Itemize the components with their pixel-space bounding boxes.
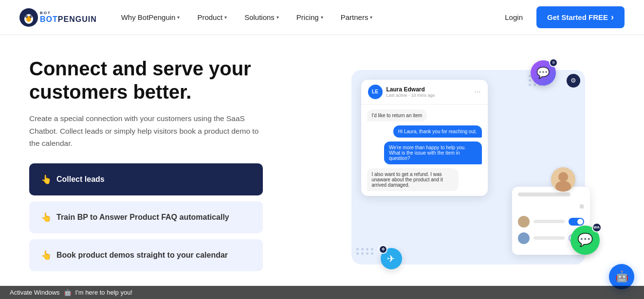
nav-item-partners[interactable]: Partners ▾ xyxy=(334,9,380,25)
chat-message: Hi Laura, thank you for reaching out. xyxy=(393,125,482,138)
chat-header-left: LE Laura Edward Last active - 10 mins ag… xyxy=(368,85,435,99)
feature-collect-leads-button[interactable]: 👆 Collect leads xyxy=(29,163,263,195)
messenger-icon: 💬 ⚙ xyxy=(531,60,556,86)
point-icon: 👆 xyxy=(41,212,52,223)
chat-message: I also want to get a refund. I was unawa… xyxy=(367,168,459,191)
logo-top: BOT xyxy=(40,11,97,15)
feature-collect-leads-label: Collect leads xyxy=(56,175,105,184)
user-avatar-small xyxy=(518,216,530,228)
chatbot-icon: 🤖 xyxy=(615,270,628,283)
whatsapp-icon: 💬 WA xyxy=(570,226,600,255)
user-avatar: LE xyxy=(368,85,383,99)
chat-window: LE Laura Edward Last active - 10 mins ag… xyxy=(361,80,488,196)
nav-item-why[interactable]: Why BotPenguin ▾ xyxy=(114,9,187,25)
hero-left: Connect and serve your customers better.… xyxy=(29,57,292,277)
chat-header: LE Laura Edward Last active - 10 mins ag… xyxy=(361,80,488,105)
nav-actions: Login Get Started FREE › xyxy=(499,6,625,28)
svg-point-5 xyxy=(26,16,27,17)
telegram-icon: ✈ ⚙ xyxy=(381,248,402,269)
wa-badge: WA xyxy=(592,223,602,232)
nav-label-partners: Partners xyxy=(341,13,368,21)
hero-subtext: Create a special connection with your cu… xyxy=(29,112,263,150)
help-text: I'm here to help you! xyxy=(75,289,132,296)
messenger-svg: 💬 xyxy=(536,67,550,79)
login-button[interactable]: Login xyxy=(499,9,529,25)
settings-line xyxy=(534,236,565,240)
user-avatar-small xyxy=(518,232,530,244)
help-icon: 🤖 xyxy=(64,289,72,296)
person-photo xyxy=(551,167,575,192)
logo-bottom: BOTPENGUIN xyxy=(40,15,97,24)
chevron-down-icon: ▾ xyxy=(177,15,180,20)
arrow-icon: › xyxy=(611,12,614,22)
svg-point-7 xyxy=(558,172,568,182)
filter-icon: ≡ xyxy=(518,202,584,211)
chevron-down-icon: ▾ xyxy=(276,15,279,20)
nav-label-why: Why BotPenguin xyxy=(121,13,176,21)
feature-train-faq-label: Train BP to Answer Product FAQ automatic… xyxy=(56,213,229,222)
decorative-dots-bl xyxy=(356,248,374,255)
nav-item-pricing[interactable]: Pricing ▾ xyxy=(290,9,330,25)
hero-heading: Connect and serve your customers better. xyxy=(29,57,292,104)
toggle-on[interactable] xyxy=(569,218,584,226)
chat-user-status: Last active - 10 mins ago xyxy=(386,93,435,98)
chevron-down-icon: ▾ xyxy=(224,15,227,20)
illustration-bg: LE Laura Edward Last active - 10 mins ag… xyxy=(351,70,585,264)
navbar: BOT BOTPENGUIN Why BotPenguin ▾ Product … xyxy=(0,0,644,35)
feature-book-demos-button[interactable]: 👆 Book product demos straight to your ca… xyxy=(29,239,263,271)
settings-bar xyxy=(518,193,571,196)
hero-section: Connect and serve your customers better.… xyxy=(0,35,644,299)
nav-label-solutions: Solutions xyxy=(244,13,275,21)
chat-message: We're more than happy to help you. What … xyxy=(384,141,482,164)
chat-user-name: Laura Edward xyxy=(386,86,435,93)
messenger-badge: ⚙ xyxy=(549,58,558,67)
chat-message: I'd like to return an item xyxy=(367,109,427,122)
hero-right: LE Laura Edward Last active - 10 mins ag… xyxy=(312,65,625,269)
svg-point-8 xyxy=(555,181,571,192)
settings-line xyxy=(534,220,565,223)
settings-row xyxy=(518,216,584,228)
svg-point-6 xyxy=(31,16,32,17)
feature-train-faq-button[interactable]: 👆 Train BP to Answer Product FAQ automat… xyxy=(29,201,263,233)
point-icon: 👆 xyxy=(41,174,52,185)
chat-messages: I'd like to return an item Hi Laura, tha… xyxy=(361,105,488,196)
nav-links: Why BotPenguin ▾ Product ▾ Solutions ▾ P… xyxy=(114,9,499,25)
nav-item-product[interactable]: Product ▾ xyxy=(190,9,234,25)
chevron-down-icon: ▾ xyxy=(370,15,372,20)
logo-icon xyxy=(19,8,38,27)
point-icon: 👆 xyxy=(41,250,52,261)
activate-windows-text: Activate Windows xyxy=(10,289,60,296)
logo[interactable]: BOT BOTPENGUIN xyxy=(19,8,97,27)
feature-book-demos-label: Book product demos straight to your cale… xyxy=(56,251,228,260)
get-started-button[interactable]: Get Started FREE › xyxy=(536,6,625,28)
nav-label-pricing: Pricing xyxy=(296,13,319,21)
telegram-gear-badge: ⚙ xyxy=(379,245,387,254)
gear-icon: ⚙ xyxy=(567,74,580,88)
nav-item-solutions[interactable]: Solutions ▾ xyxy=(238,9,286,25)
cta-label: Get Started FREE xyxy=(547,13,608,21)
help-bar: Activate Windows 🤖 I'm here to help you! xyxy=(0,286,644,299)
chat-more-icon[interactable]: ··· xyxy=(474,88,480,96)
nav-label-product: Product xyxy=(197,13,222,21)
chevron-down-icon: ▾ xyxy=(321,15,323,20)
